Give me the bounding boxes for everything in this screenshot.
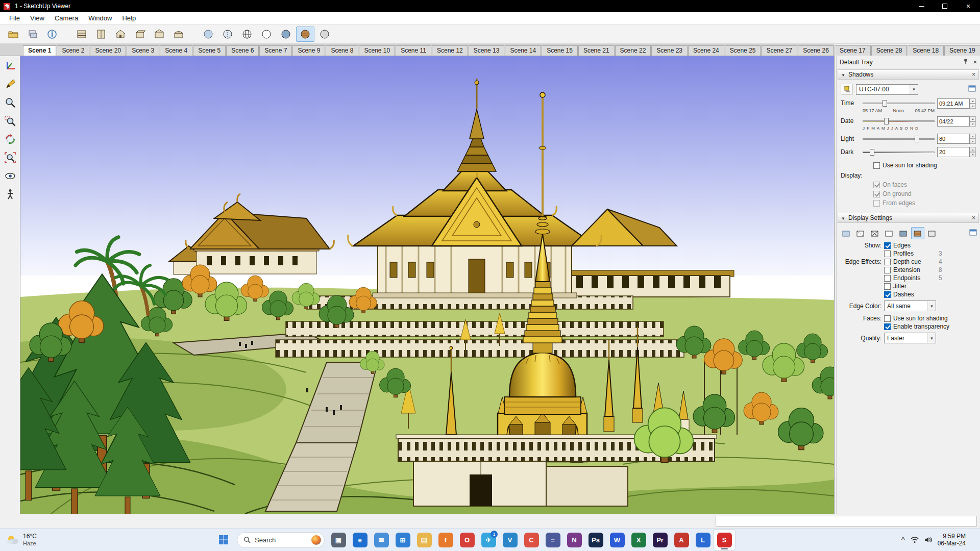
- light-stepper[interactable]: [970, 134, 976, 144]
- zoom-tool-icon[interactable]: [2, 95, 19, 110]
- menu-item[interactable]: Window: [83, 13, 117, 23]
- timezone-select[interactable]: UTC-07:00: [856, 84, 918, 95]
- taskbar-app-icon[interactable]: S: [714, 530, 735, 550]
- taskbar-weather-widget[interactable]: 16°C Haze: [0, 533, 77, 546]
- on-faces-checkbox[interactable]: [873, 182, 880, 188]
- style-monochrome-button[interactable]: [315, 27, 334, 42]
- scene-tab[interactable]: Scene 18: [908, 45, 944, 56]
- taskbar-app-icon[interactable]: N: [564, 530, 585, 550]
- style-wireframe-button[interactable]: [238, 27, 256, 42]
- light-slider[interactable]: [863, 134, 935, 143]
- pencil-tool-icon[interactable]: [2, 77, 19, 92]
- scene-tab[interactable]: Scene 12: [432, 45, 468, 56]
- scene-tab[interactable]: Scene 21: [578, 45, 615, 56]
- menu-item[interactable]: Help: [117, 13, 141, 23]
- style-shaded-button[interactable]: [897, 227, 910, 239]
- scene-tab[interactable]: Scene 1: [23, 45, 56, 56]
- jitter-checkbox[interactable]: [884, 283, 891, 290]
- dark-slider[interactable]: [863, 147, 935, 157]
- light-input[interactable]: 80: [937, 134, 970, 144]
- time-slider[interactable]: [863, 98, 935, 108]
- taskbar-app-icon[interactable]: ✈ 1: [478, 530, 499, 550]
- date-slider[interactable]: [863, 116, 935, 126]
- menu-item[interactable]: File: [4, 13, 25, 23]
- component-chest-button[interactable]: [169, 27, 188, 42]
- taskbar-app-icon[interactable]: Pr: [649, 530, 671, 550]
- scene-tab[interactable]: Scene 5: [193, 45, 226, 56]
- taskbar-app-icon[interactable]: =: [542, 530, 564, 550]
- taskbar-app-icon[interactable]: ⊞: [392, 530, 413, 550]
- start-button[interactable]: [213, 530, 234, 550]
- orbit-tool-icon[interactable]: [2, 132, 19, 147]
- volume-icon[interactable]: [924, 536, 933, 543]
- styles-details-icon[interactable]: [969, 229, 977, 237]
- wifi-icon[interactable]: [910, 536, 919, 543]
- model-stack-button[interactable]: [23, 27, 42, 42]
- scene-tab[interactable]: Scene 15: [542, 45, 578, 56]
- endpoints-checkbox[interactable]: [884, 275, 891, 282]
- dark-slider-handle[interactable]: [870, 149, 874, 156]
- scene-tab[interactable]: Scene 24: [688, 45, 724, 56]
- taskbar-app-icon[interactable]: Ps: [585, 530, 606, 550]
- style-back-edges-button[interactable]: [854, 227, 867, 239]
- taskbar-app-icon[interactable]: O: [456, 530, 478, 550]
- scene-tab[interactable]: Scene 22: [615, 45, 651, 56]
- scene-tab[interactable]: Scene 20: [90, 45, 126, 56]
- scene-tab[interactable]: Scene 26: [798, 45, 834, 56]
- style-hidden-line-button[interactable]: [257, 27, 276, 42]
- date-input[interactable]: 04/22: [937, 116, 970, 127]
- taskbar-app-icon[interactable]: C: [521, 530, 542, 550]
- style-back-edges-button[interactable]: [218, 27, 237, 42]
- component-cabinet-button[interactable]: [92, 27, 110, 42]
- show-desktop-button[interactable]: [971, 532, 973, 547]
- depth-cue-checkbox[interactable]: [884, 259, 891, 265]
- taskbar-app-icon[interactable]: A: [671, 530, 692, 550]
- use-sun-shading-checkbox[interactable]: [873, 162, 880, 169]
- enable-transparency-checkbox[interactable]: [884, 323, 891, 330]
- scene-tab[interactable]: Scene 9: [292, 45, 325, 56]
- pin-icon[interactable]: [963, 58, 969, 66]
- scene-tab[interactable]: Scene 25: [725, 45, 761, 56]
- scene-tab[interactable]: Scene 2: [57, 45, 89, 56]
- extension-checkbox[interactable]: [884, 267, 891, 273]
- scene-tab[interactable]: Scene 11: [396, 45, 431, 56]
- maximize-button[interactable]: [933, 0, 957, 12]
- dark-input[interactable]: 20: [937, 147, 970, 157]
- taskbar-app-icon[interactable]: ▤: [413, 530, 435, 550]
- style-monochrome-button[interactable]: [925, 227, 939, 239]
- style-xray-button[interactable]: [840, 227, 853, 239]
- zoom-extents-tool-icon[interactable]: [2, 150, 19, 165]
- walk-tool-icon[interactable]: [2, 187, 19, 202]
- style-hidden-line-button[interactable]: [883, 227, 896, 239]
- time-input[interactable]: 09:21 AM: [937, 98, 970, 109]
- on-ground-checkbox[interactable]: [873, 191, 880, 197]
- component-drawers-button[interactable]: [72, 27, 91, 42]
- display-settings-close-icon[interactable]: ×: [972, 214, 975, 221]
- edge-color-select[interactable]: All same: [884, 300, 936, 311]
- edges-checkbox[interactable]: [884, 242, 891, 249]
- open-file-button[interactable]: [4, 27, 22, 42]
- scene-tab[interactable]: Scene 3: [127, 45, 159, 56]
- dark-stepper[interactable]: [970, 147, 976, 157]
- tray-close-icon[interactable]: ×: [973, 58, 977, 66]
- minimize-button[interactable]: [910, 0, 933, 12]
- model-info-button[interactable]: [43, 27, 61, 42]
- scene-tab[interactable]: Scene 10: [359, 45, 395, 56]
- faces-use-sun-checkbox[interactable]: [884, 315, 891, 322]
- scene-tab[interactable]: Scene 7: [259, 45, 292, 56]
- model-viewport[interactable]: [20, 56, 834, 514]
- shadows-section-header[interactable]: Shadows ×: [838, 69, 979, 80]
- scene-tab[interactable]: Scene 27: [761, 45, 797, 56]
- zoom-window-tool-icon[interactable]: [2, 113, 19, 129]
- menu-item[interactable]: View: [25, 13, 50, 23]
- taskbar-app-icon[interactable]: ▣: [328, 530, 349, 550]
- date-stepper[interactable]: [970, 116, 976, 127]
- dashes-checkbox[interactable]: [884, 291, 891, 298]
- from-edges-checkbox[interactable]: [873, 200, 880, 207]
- menu-item[interactable]: Camera: [50, 13, 83, 23]
- scene-tab[interactable]: Scene 23: [651, 45, 688, 56]
- taskbar-app-icon[interactable]: W: [606, 530, 628, 550]
- style-xray-button[interactable]: [199, 27, 217, 42]
- quality-select[interactable]: Faster: [884, 333, 936, 343]
- shadow-details-icon[interactable]: [968, 85, 976, 93]
